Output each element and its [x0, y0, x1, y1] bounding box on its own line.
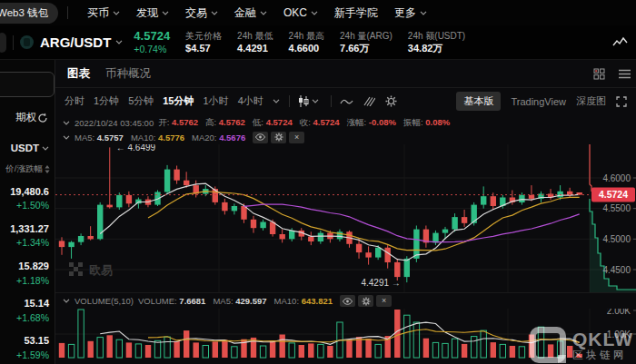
svg-text:4.4291 →: 4.4291 → — [361, 278, 400, 288]
web3-wallet-button[interactable]: Web3 钱包 — [0, 3, 58, 24]
svg-text:← 4.6499: ← 4.6499 — [116, 144, 156, 152]
nav-item-2[interactable]: 交易 — [185, 5, 218, 21]
ticker-stat-0: 美元价格$4.57 — [185, 30, 222, 54]
gear-icon[interactable] — [271, 132, 286, 143]
sort-icon[interactable] — [45, 165, 50, 173]
svg-text:4.5000: 4.5000 — [602, 234, 631, 244]
ohlc-field: 涨幅: -0.08% — [347, 117, 396, 129]
svg-text:4.6000: 4.6000 — [602, 173, 631, 183]
price-chart[interactable]: 4.60004.55004.50004.45004.5724← 4.64994.… — [55, 144, 636, 292]
refresh-icon[interactable] — [37, 113, 48, 123]
chevron-down-icon — [312, 99, 319, 103]
ohlc-field: 高: 4.5762 — [205, 117, 245, 129]
svg-text:4.5500: 4.5500 — [602, 203, 631, 213]
view-深度图[interactable]: 深度图 — [576, 94, 606, 108]
svg-text:欧易: 欧易 — [89, 263, 113, 277]
tab-1[interactable]: 币种概况 — [105, 66, 151, 82]
gear-icon[interactable] — [358, 295, 373, 307]
ticker-stat-3: 24h 量(ARG)7.66万 — [340, 30, 393, 54]
candle-timestamp: 2022/10/24 03:45:00 — [75, 118, 154, 128]
change-percent: +0.74% — [134, 44, 170, 54]
market-list: 19,480.6+1.50%1,331.27+1.34%15.829+1.18%… — [0, 182, 55, 364]
view-基本版[interactable]: 基本版 — [456, 92, 501, 111]
ohlc-field: 收: 4.5724 — [300, 117, 340, 129]
collapse-icon[interactable] — [63, 135, 70, 140]
nav-item-1[interactable]: 发现 — [136, 5, 169, 21]
nav-item-3[interactable]: 金融 — [234, 5, 267, 21]
interval-5分钟[interactable]: 5分钟 — [128, 94, 154, 108]
ohlc-field: 振幅: 0.08% — [403, 117, 450, 129]
last-price: 4.5724 — [134, 30, 170, 44]
legend-field: MA5: 4.5757 — [75, 133, 124, 143]
indicators-icon[interactable] — [363, 96, 375, 106]
market-list-item[interactable]: 15.14+1.68% — [0, 293, 55, 330]
market-list-sidebar: 期权 USDT 价/涨跌幅 19,480.6+1.50%1,331.27+1.3… — [0, 60, 55, 364]
eye-icon[interactable] — [340, 295, 355, 307]
chart-toolbar: 分时1分钟5分钟15分钟1小时4小时 — [55, 88, 636, 114]
interval-1小时[interactable]: 1小时 — [204, 94, 229, 108]
ticker-stat-4: 24h 额(USDT)34.82万 — [408, 30, 465, 54]
nav-item-4[interactable]: OKC — [283, 6, 318, 19]
market-list-item[interactable]: 1,331.27+1.34% — [0, 219, 55, 256]
chart-view-switch: 基本版TradingView深度图 — [456, 92, 627, 111]
ticker-stats: 美元价格$4.5724h 最低4.429124h 最高4.660024h 量(A… — [170, 30, 465, 54]
chevron-down-icon[interactable] — [273, 99, 280, 103]
line-chart-icon[interactable] — [340, 97, 353, 106]
chart-tabs-row: 图表币种概况 — [55, 60, 636, 88]
chevron-down-icon[interactable] — [42, 146, 49, 151]
legend-field: MA5: 429.597 — [213, 296, 266, 306]
legend-field: MA20: 4.5676 — [192, 133, 245, 143]
nav-item-5[interactable]: 新手学院 — [334, 5, 378, 21]
ohlc-field: 开: 4.5762 — [158, 117, 198, 129]
close-icon[interactable]: × — [289, 132, 304, 143]
nav-item-0[interactable]: 买币 — [87, 5, 120, 21]
legend-field: MA10: 643.821 — [274, 296, 333, 306]
nav-item-6[interactable]: 更多 — [394, 5, 427, 21]
collapse-icon[interactable] — [63, 121, 70, 125]
menu-icon[interactable] — [619, 69, 631, 79]
divider — [13, 35, 14, 50]
pair-name[interactable]: ARG/USDT — [40, 34, 111, 50]
collapse-icon[interactable] — [63, 299, 70, 303]
nav-divider — [67, 6, 68, 19]
interval-4小时[interactable]: 4小时 — [238, 94, 263, 108]
volume-indicator-name: VOLUME(5,10) — [75, 296, 134, 306]
fullscreen-icon[interactable] — [616, 96, 627, 107]
interval-15分钟[interactable]: 15分钟 — [163, 94, 194, 108]
svg-text:4.4500: 4.4500 — [602, 265, 631, 275]
chevron-down-icon[interactable] — [115, 40, 123, 44]
column-header-price-change[interactable]: 价/涨跌幅 — [5, 163, 43, 175]
svg-text:2.00K: 2.00K — [607, 309, 631, 316]
svg-text:4.5724: 4.5724 — [599, 189, 628, 200]
legend-field: VOLUME: 7.6681 — [138, 296, 205, 306]
candle-style-selector[interactable] — [298, 95, 319, 107]
volume-chart[interactable]: 2.00K1.00K — [55, 309, 636, 359]
chart-panel: 图表币种概况 分时1分钟5分钟15分钟1小时4小时 — [55, 60, 636, 364]
sidebar-tab-options[interactable]: 期权 — [15, 111, 36, 124]
eye-icon[interactable] — [253, 132, 268, 143]
coin-icon — [20, 35, 34, 49]
gear-icon[interactable] — [385, 95, 397, 107]
sidebar-collapse-handle[interactable] — [0, 33, 6, 53]
ma-readout: MA5: 4.5757MA10: 4.5776MA20: 4.5676 × — [55, 130, 636, 144]
market-list-item[interactable]: 15.829+1.18% — [0, 256, 55, 293]
market-list-item[interactable]: 53.15+1.59% — [0, 330, 55, 364]
search-input[interactable] — [0, 72, 55, 97]
interval-1分钟[interactable]: 1分钟 — [94, 94, 119, 108]
quote-currency-filter[interactable]: USDT — [11, 143, 39, 153]
ticker-stat-2: 24h 最高4.6600 — [289, 30, 324, 54]
top-navigation: Web3 钱包 买币发现交易金融OKC新手学院更多 — [0, 0, 636, 25]
price-block: 4.5724 +0.74% — [134, 30, 170, 54]
interval-分时[interactable]: 分时 — [65, 94, 84, 108]
volume-readout: VOLUME(5,10) VOLUME: 7.6681MA5: 429.597M… — [55, 292, 636, 309]
market-list-item[interactable]: 19,480.6+1.50% — [0, 182, 55, 219]
ticker-stat-1: 24h 最低4.4291 — [237, 30, 273, 54]
mini-trend-icon[interactable] — [612, 36, 628, 48]
grid-layout-icon[interactable] — [593, 68, 605, 80]
tab-0[interactable]: 图表 — [67, 66, 90, 82]
legend-field: MA10: 4.5776 — [131, 133, 184, 143]
svg-text:1.00K: 1.00K — [607, 330, 631, 339]
close-icon[interactable]: × — [376, 295, 392, 307]
candlestick-icon — [298, 95, 309, 107]
view-TradingView[interactable]: TradingView — [511, 96, 566, 107]
